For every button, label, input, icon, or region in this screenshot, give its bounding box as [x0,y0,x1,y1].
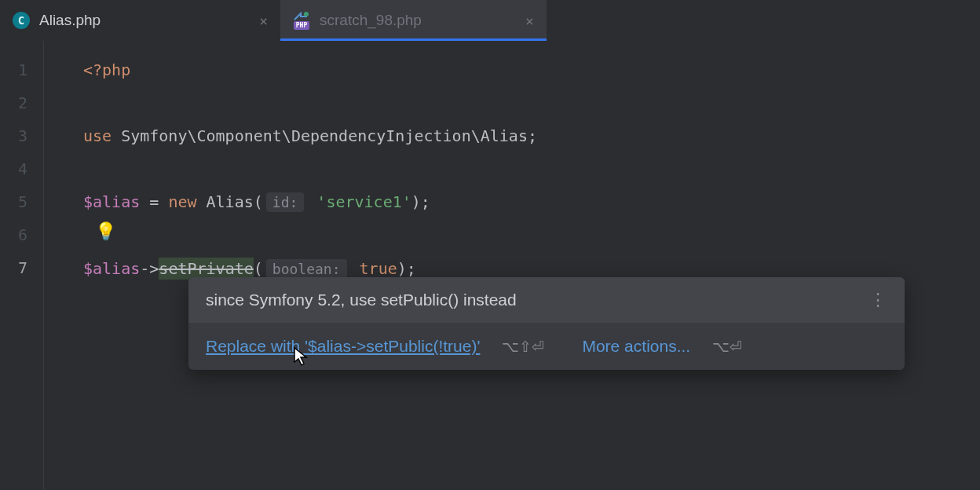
line-number: 4 [0,152,27,185]
close-icon[interactable]: × [525,13,534,29]
line-number: 6 [0,218,27,251]
shortcut-hint: ⌥⇧⏎ [502,338,544,356]
code-line-1: <?php [83,53,980,86]
intention-bulb-icon[interactable]: 💡 [95,215,116,248]
inspection-popup: since Symfony 5.2, use setPublic() inste… [188,277,905,370]
editor: 1 2 3 4 5 6 7 <?php use Symfony\Componen… [0,41,980,490]
line-gutter: 1 2 3 4 5 6 7 [0,41,43,490]
line-number: 2 [0,86,27,119]
quick-fix-link[interactable]: Replace with '$alias->setPublic(!true)' [206,337,480,356]
popup-header: since Symfony 5.2, use setPublic() inste… [188,277,905,323]
php-scratch-icon: PHP [293,12,310,30]
shortcut-hint: ⌥⏎ [712,338,742,356]
popup-body: Replace with '$alias->setPublic(!true)' … [188,323,905,370]
code-line-4 [83,152,980,185]
code-line-2 [83,86,980,119]
tab-alias-php[interactable]: C Alias.php × [0,0,280,41]
parameter-hint: boolean: [266,259,347,279]
line-number: 3 [0,119,27,152]
close-icon[interactable]: × [259,13,268,29]
more-actions-link[interactable]: More actions... [582,337,690,356]
inspection-message: since Symfony 5.2, use setPublic() inste… [206,291,517,309]
kebab-menu-icon[interactable]: ⋮ [869,290,887,310]
code-line-5: $alias = new Alias(id: 'service1'); [83,185,980,219]
line-number-current: 7 [0,251,27,284]
tab-scratch-php[interactable]: PHP scratch_98.php × [280,0,547,41]
parameter-hint: id: [266,192,305,212]
tab-bar: C Alias.php × PHP scratch_98.php × [0,0,980,41]
code-line-6 [83,219,980,252]
svg-point-0 [304,12,309,16]
tab-label: scratch_98.php [320,12,422,29]
line-number: 5 [0,185,27,218]
deprecated-method: setPrivate [159,258,253,280]
code-area[interactable]: <?php use Symfony\Component\DependencyIn… [43,41,980,490]
class-icon: C [13,12,30,29]
tab-label: Alias.php [39,12,101,29]
line-number: 1 [0,53,27,86]
code-line-3: use Symfony\Component\DependencyInjectio… [83,119,980,152]
